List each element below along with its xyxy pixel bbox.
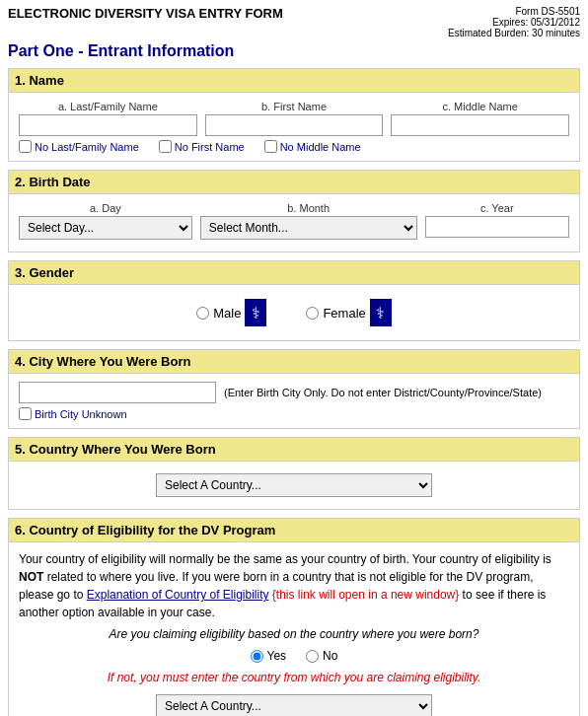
eligibility-question: Are you claiming eligibility based on th…: [19, 627, 569, 641]
birth-city-unknown-label[interactable]: Birth City Unknown: [19, 407, 569, 420]
first-name-label: b. First Name: [205, 101, 384, 112]
male-icon: ⚕: [245, 299, 266, 326]
day-label: a. Day: [90, 202, 121, 214]
yes-no-row: Yes No: [19, 649, 569, 663]
section-gender-header: 3. Gender: [8, 260, 580, 285]
no-last-name-label[interactable]: No Last/Family Name: [19, 140, 139, 153]
last-name-label: a. Last/Family Name: [19, 101, 197, 112]
page-header: ELECTRONIC DIVERSITY VISA ENTRY FORM For…: [8, 6, 580, 38]
eligibility-country-select[interactable]: Select A Country...: [156, 694, 432, 716]
no-last-name-checkbox[interactable]: [19, 140, 32, 153]
section-name-body: a. Last/Family Name b. First Name c. Mid…: [8, 93, 580, 162]
female-icon: ⚕: [370, 299, 392, 326]
no-radio[interactable]: [306, 650, 319, 663]
middle-name-label: c. Middle Name: [391, 101, 569, 112]
birth-date-row: a. Day Select Day...12345678910111213141…: [19, 202, 569, 240]
birth-city-input-row: (Enter Birth City Only. Do not enter Dis…: [19, 382, 569, 403]
day-col: a. Day Select Day...12345678910111213141…: [19, 202, 192, 240]
name-checkboxes-row: No Last/Family Name No First Name No Mid…: [19, 140, 569, 153]
section-eligibility-body: Your country of eligibility will normall…: [8, 542, 580, 716]
section-birth-country-header: 5. Country Where You Were Born: [8, 437, 580, 462]
male-label: Male: [213, 306, 241, 321]
middle-name-col: c. Middle Name: [391, 101, 569, 136]
form-info: Form DS-5501 Expires: 05/31/2012 Estimat…: [448, 6, 580, 38]
section-birth-city-body: (Enter Birth City Only. Do not enter Dis…: [8, 374, 580, 429]
gender-row: Male ⚕ Female ⚕: [19, 293, 569, 332]
month-col: b. Month Select Month...JanuaryFebruaryM…: [200, 202, 417, 240]
birth-city-input[interactable]: [19, 382, 216, 403]
form-id: Form DS-5501: [515, 6, 580, 17]
section-birth-country-body: Select A Country...: [8, 462, 580, 510]
eligibility-info-text: Your country of eligibility will normall…: [19, 550, 569, 621]
female-radio[interactable]: [306, 307, 319, 320]
year-label: c. Year: [480, 202, 514, 214]
year-input[interactable]: [425, 216, 569, 238]
section-eligibility-header: 6. Country of Eligibility for the DV Pro…: [8, 518, 580, 542]
yes-option[interactable]: Yes: [251, 649, 287, 663]
day-select[interactable]: Select Day...123456789101112131415161718…: [19, 216, 192, 240]
eligibility-link[interactable]: Explanation of Country of Eligibility: [87, 588, 269, 602]
month-label: b. Month: [287, 202, 330, 214]
first-name-input[interactable]: [205, 114, 384, 136]
burden: Estimated Burden: 30 minutes: [448, 28, 580, 38]
eligibility-country-select-wrapper: Select A Country...: [19, 690, 569, 716]
section-name-header: 1. Name: [8, 68, 580, 93]
eligibility-note: If not, you must enter the country from …: [19, 671, 569, 684]
yes-radio[interactable]: [251, 650, 263, 663]
no-first-name-label[interactable]: No First Name: [159, 140, 245, 153]
eligibility-link-note: {this link will open in a new window}: [272, 588, 459, 602]
birth-city-note: (Enter Birth City Only. Do not enter Dis…: [224, 387, 542, 398]
section-gender-body: Male ⚕ Female ⚕: [8, 285, 580, 341]
female-option: Female ⚕: [306, 299, 391, 326]
yes-label: Yes: [267, 649, 287, 663]
last-name-input[interactable]: [19, 114, 197, 136]
birth-city-unknown-checkbox[interactable]: [19, 407, 32, 420]
section-birth-date-header: 2. Birth Date: [8, 170, 580, 194]
month-select[interactable]: Select Month...JanuaryFebruaryMarchApril…: [200, 216, 417, 240]
birth-country-select-wrapper: Select A Country...: [19, 469, 569, 501]
first-name-col: b. First Name: [205, 101, 384, 136]
expires: Expires: 05/31/2012: [492, 17, 580, 28]
part-one-title: Part One - Entrant Information: [8, 42, 580, 60]
page-title: ELECTRONIC DIVERSITY VISA ENTRY FORM: [8, 6, 283, 21]
male-option: Male ⚕: [196, 299, 266, 326]
year-col: c. Year: [425, 202, 569, 240]
section-birth-city-header: 4. City Where You Were Born: [8, 349, 580, 374]
female-label: Female: [323, 306, 365, 321]
no-label: No: [323, 649, 337, 663]
birth-country-select[interactable]: Select A Country...: [156, 473, 432, 497]
no-option[interactable]: No: [306, 649, 337, 663]
last-name-col: a. Last/Family Name: [19, 101, 197, 136]
section-birth-date-body: a. Day Select Day...12345678910111213141…: [8, 194, 580, 252]
name-fields-row: a. Last/Family Name b. First Name c. Mid…: [19, 101, 569, 136]
no-middle-name-label[interactable]: No Middle Name: [264, 140, 361, 153]
male-radio[interactable]: [196, 307, 209, 320]
no-first-name-checkbox[interactable]: [159, 140, 172, 153]
no-middle-name-checkbox[interactable]: [264, 140, 277, 153]
middle-name-input[interactable]: [391, 114, 569, 136]
